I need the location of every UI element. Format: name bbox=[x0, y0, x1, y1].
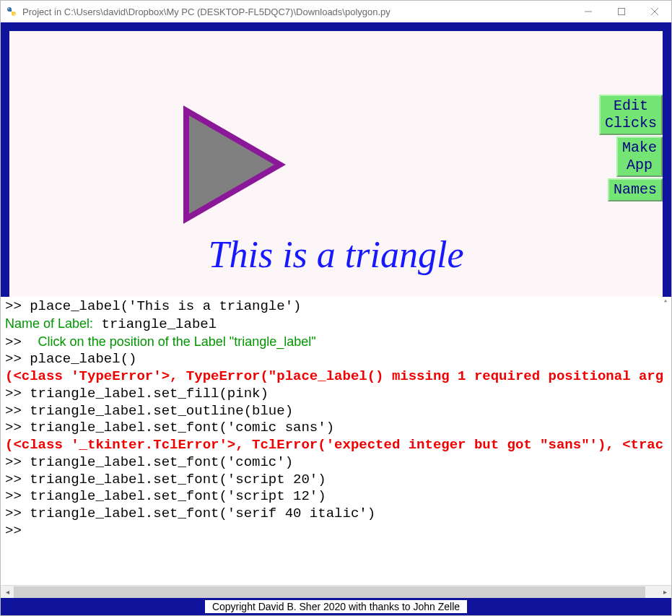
console-line: >> bbox=[5, 523, 667, 540]
horizontal-scrollbar[interactable]: ◂ ▸ bbox=[1, 585, 671, 598]
app-window: Project in C:\Users\david\Dropbox\My PC … bbox=[0, 0, 672, 616]
names-button[interactable]: Names bbox=[608, 178, 663, 201]
console-line: >> triangle_label.set_font('script 20') bbox=[5, 472, 667, 489]
console-line: >> place_label('This is a triangle') bbox=[5, 298, 667, 316]
window-title: Project in C:\Users\david\Dropbox\My PC … bbox=[22, 6, 572, 17]
console-command: >> place_label('This is a triangle') bbox=[5, 298, 301, 314]
console-command: >> triangle_label.set_font('script 20') bbox=[5, 472, 326, 487]
footer: Copyright David B. Sher 2020 with thanks… bbox=[1, 598, 671, 615]
maximize-button[interactable] bbox=[605, 1, 638, 22]
app-body: This is a triangle Edit Clicks Make App … bbox=[1, 22, 671, 615]
edit-clicks-button[interactable]: Edit Clicks bbox=[599, 95, 663, 135]
console-command: >> place_label() bbox=[5, 351, 136, 367]
console-line: >> triangle_label.set_font('comic sans') bbox=[5, 420, 667, 437]
triangle-shape bbox=[175, 103, 291, 226]
svg-rect-3 bbox=[619, 9, 625, 15]
window-controls bbox=[572, 1, 671, 22]
console[interactable]: ▴ >> place_label('This is a triangle')Na… bbox=[1, 297, 671, 585]
triangle-polygon bbox=[186, 110, 280, 219]
console-line: Name of Label: triangle_label bbox=[5, 316, 667, 334]
console-line: >> triangle_label.set_font('serif 40 ita… bbox=[5, 506, 667, 523]
scroll-up-icon[interactable]: ▴ bbox=[660, 297, 671, 308]
console-command: >> triangle_label.set_font('script 12') bbox=[5, 488, 326, 504]
console-command: >> triangle_label.set_outline(blue) bbox=[5, 403, 293, 419]
scroll-left-icon[interactable]: ◂ bbox=[1, 586, 14, 599]
svg-point-1 bbox=[14, 14, 15, 15]
canvas-region: This is a triangle Edit Clicks Make App … bbox=[1, 22, 671, 297]
console-command: >> triangle_label.set_font('comic sans') bbox=[5, 420, 334, 435]
console-line: (<class 'TypeError'>, TypeError("place_l… bbox=[5, 368, 667, 386]
footer-text: Copyright David B. Sher 2020 with thanks… bbox=[205, 600, 467, 613]
titlebar[interactable]: Project in C:\Users\david\Dropbox\My PC … bbox=[1, 1, 671, 22]
console-line: >> place_label() bbox=[5, 351, 667, 368]
minimize-button[interactable] bbox=[572, 1, 605, 22]
scrollbar-thumb[interactable] bbox=[14, 586, 645, 598]
drawing-canvas[interactable]: This is a triangle bbox=[9, 31, 663, 297]
console-command: >> triangle_label.set_font('serif 40 ita… bbox=[5, 506, 375, 521]
triangle-label: This is a triangle bbox=[209, 233, 464, 276]
app-icon bbox=[5, 5, 18, 18]
console-line: >> triangle_label.set_font('comic') bbox=[5, 454, 667, 472]
side-buttons: Edit Clicks Make App Names bbox=[599, 95, 663, 203]
console-command: >> triangle_label.set_font('comic') bbox=[5, 454, 293, 470]
console-prompt-value: triangle_label bbox=[93, 316, 217, 332]
scroll-right-icon[interactable]: ▸ bbox=[658, 586, 671, 599]
console-line: >> triangle_label.set_outline(blue) bbox=[5, 403, 667, 420]
console-line: >> Click on the position of the Label "t… bbox=[5, 334, 667, 352]
console-command: >> triangle_label.set_fill(pink) bbox=[5, 386, 269, 402]
console-prompt-label: Name of Label: bbox=[5, 316, 93, 331]
console-prompt-marker: >> bbox=[5, 334, 38, 350]
scrollbar-track[interactable] bbox=[14, 586, 658, 598]
console-line: >> triangle_label.set_fill(pink) bbox=[5, 386, 667, 403]
make-app-button[interactable]: Make App bbox=[616, 136, 663, 177]
console-instruction: Click on the position of the Label "tria… bbox=[38, 334, 316, 349]
console-error: (<class '_tkinter.TclError'>, TclError('… bbox=[5, 437, 663, 453]
console-line: (<class '_tkinter.TclError'>, TclError('… bbox=[5, 437, 667, 454]
console-error: (<class 'TypeError'>, TypeError("place_l… bbox=[5, 368, 663, 384]
close-button[interactable] bbox=[638, 1, 671, 22]
console-line: >> triangle_label.set_font('script 12') bbox=[5, 488, 667, 506]
svg-point-0 bbox=[8, 8, 9, 9]
console-command: >> bbox=[5, 523, 22, 539]
